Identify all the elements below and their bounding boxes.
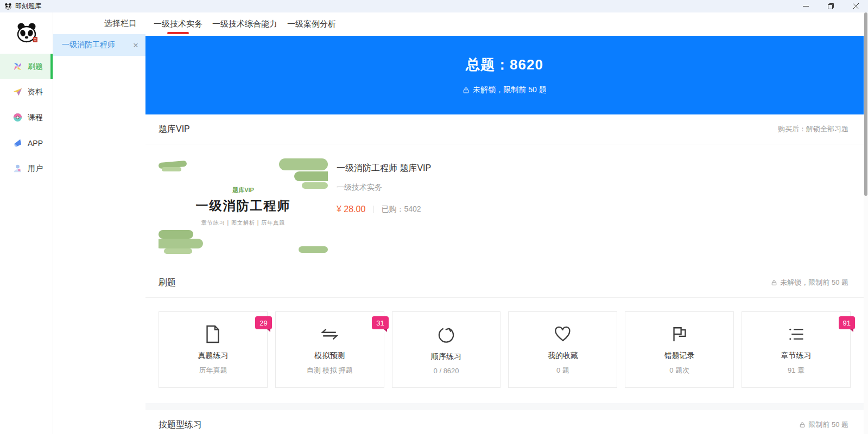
vip-image-tag: 题库VIP [232, 186, 254, 194]
category-item-selected[interactable]: 一级消防工程师 × [53, 34, 145, 56]
banner-lock-note: 未解锁，限制前 50 题 [462, 85, 546, 95]
card-title: 错题记录 [664, 351, 695, 361]
practice-section-title: 刷题 [159, 277, 176, 289]
by-question-type-header: 按题型练习 限制前 50 题 [145, 410, 864, 434]
refresh-icon [437, 325, 455, 346]
practice-section-header: 刷题 未解锁，限制前 50 题 [145, 268, 864, 297]
sidebar-item-courses[interactable]: 课程 [0, 105, 53, 130]
paper-plane-icon [12, 87, 23, 97]
sidebar-item-label: 刷题 [28, 62, 43, 72]
vip-cover-image: 题库VIP 一级消防工程师 章节练习 | 图文解析 | 历年真题 [159, 158, 328, 254]
close-icon[interactable]: × [133, 41, 138, 50]
restore-button[interactable] [818, 0, 843, 12]
panda-logo [0, 12, 53, 54]
vip-price-line: ¥ 28.00 已购：5402 [337, 205, 431, 214]
scrollbar[interactable] [864, 12, 868, 434]
list-icon [787, 324, 806, 344]
sidebar-item-label: 课程 [28, 113, 43, 123]
category-panel: 选择栏目 一级消防工程师 × [53, 12, 145, 434]
vip-price: ¥ 28.00 [337, 205, 365, 214]
close-button[interactable] [843, 0, 868, 12]
total-questions-count: 总题：8620 [466, 55, 543, 74]
sidebar-item-label: 用户 [28, 164, 43, 174]
vip-image-features: 章节练习 | 图文解析 | 历年真题 [201, 219, 285, 227]
app-icon [12, 138, 23, 148]
sidebar-item-user[interactable]: 用户 [0, 156, 53, 181]
card-subtitle: 自测 模拟 押题 [307, 366, 353, 375]
lock-icon [771, 279, 777, 286]
user-icon [12, 163, 23, 174]
sidebar-item-practice[interactable]: 刷题 [0, 54, 53, 79]
card-title: 我的收藏 [548, 351, 578, 361]
card-badge: 91 [839, 316, 855, 329]
globe-icon [12, 112, 23, 123]
practice-section-note: 未解锁，限制前 50 题 [771, 278, 848, 288]
main-content: 一级技术实务 一级技术综合能力 一级案例分析 总题：8620 未解锁，限制前 5… [145, 12, 868, 434]
card-my-favorites[interactable]: 我的收藏 0 题 [508, 311, 617, 388]
vip-section-title: 题库VIP [159, 124, 190, 135]
practice-cards: 29 真题练习 历年真题 31 [145, 298, 864, 403]
card-title: 模拟预测 [314, 351, 345, 361]
tab-case-analysis[interactable]: 一级案例分析 [287, 12, 336, 36]
scrollbar-thumb[interactable] [864, 12, 867, 196]
card-badge: 31 [372, 316, 388, 329]
card-sequential-practice[interactable]: 顺序练习 0 / 8620 [392, 311, 501, 388]
card-mock-prediction[interactable]: 31 模拟预测 自测 模拟 押题 [275, 311, 384, 388]
card-subtitle: 0 题 [556, 366, 569, 375]
card-badge: 29 [255, 316, 271, 329]
card-title: 顺序练习 [431, 352, 461, 362]
card-subtitle: 91 章 [788, 366, 804, 375]
by-question-type-title: 按题型练习 [159, 419, 202, 431]
vip-card-info: 一级消防工程师 题库VIP 一级技术实务 ¥ 28.00 已购：5402 [337, 158, 431, 254]
lock-icon [462, 87, 470, 94]
sidebar-item-label: 资料 [28, 87, 43, 97]
total-questions-banner: 总题：8620 未解锁，限制前 50 题 [145, 36, 864, 114]
swap-arrows-icon [320, 324, 339, 344]
card-title: 真题练习 [198, 351, 228, 361]
document-icon [204, 324, 221, 344]
sidebar: 刷题 资料 课程 [0, 12, 53, 434]
card-subtitle: 0 题次 [669, 366, 689, 375]
vip-card-subject: 一级技术实务 [337, 183, 431, 193]
sidebar-item-label: APP [28, 139, 43, 148]
vip-section-header: 题库VIP 购买后：解锁全部习题 [145, 114, 864, 144]
vip-purchased-count: 已购：5402 [381, 205, 421, 214]
vip-card-title: 一级消防工程师 题库VIP [337, 163, 431, 174]
subject-tabbar: 一级技术实务 一级技术综合能力 一级案例分析 [145, 12, 864, 36]
card-subtitle: 0 / 8620 [434, 367, 459, 375]
card-title: 章节练习 [781, 351, 812, 361]
lock-icon [799, 422, 806, 428]
card-real-exam-practice[interactable]: 29 真题练习 历年真题 [159, 311, 268, 388]
flag-icon [670, 324, 689, 344]
by-question-type-note: 限制前 50 题 [799, 420, 848, 430]
panda-app-icon [4, 3, 12, 10]
card-wrong-answer-record[interactable]: 错题记录 0 题次 [625, 311, 734, 388]
vip-section-note: 购买后：解锁全部习题 [778, 124, 848, 134]
minimize-button[interactable] [793, 0, 818, 12]
pinwheel-icon [12, 61, 23, 72]
divider [373, 206, 373, 213]
window-titlebar: 即刻题库 [0, 0, 868, 12]
tab-comprehensive-ability[interactable]: 一级技术综合能力 [212, 12, 277, 36]
heart-icon [554, 324, 572, 344]
window-title: 即刻题库 [15, 2, 41, 11]
vip-image-name: 一级消防工程师 [196, 197, 291, 214]
card-chapter-practice[interactable]: 91 章节练习 91 章 [742, 311, 851, 388]
card-subtitle: 历年真题 [199, 366, 227, 375]
tab-technical-practice[interactable]: 一级技术实务 [154, 12, 202, 36]
category-item-label: 一级消防工程师 [62, 40, 115, 50]
sidebar-item-materials[interactable]: 资料 [0, 79, 53, 105]
sidebar-item-app[interactable]: APP [0, 130, 53, 156]
section-separator [145, 403, 864, 410]
category-panel-header: 选择栏目 [53, 12, 145, 34]
vip-card[interactable]: 题库VIP 一级消防工程师 章节练习 | 图文解析 | 历年真题 一级消防工程师… [145, 144, 864, 268]
